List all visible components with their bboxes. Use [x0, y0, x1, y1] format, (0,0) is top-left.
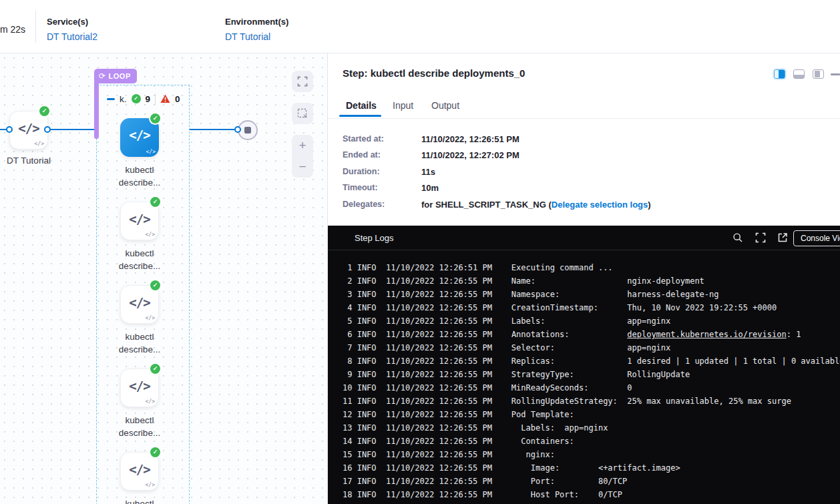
active-tab-underline [339, 115, 381, 117]
tab-details[interactable]: Details [346, 100, 377, 111]
log-line: 12 INFO 11/10/2022 12:26:55 PM Pod Templ… [343, 408, 840, 421]
success-count: 9 [146, 94, 151, 104]
step-node-kubectl-describe[interactable]: </></> [120, 118, 159, 157]
log-line: 16 INFO 11/10/2022 12:26:55 PM Image: <+… [343, 461, 840, 475]
step-node-kubectl-describe[interactable]: </></> [120, 285, 159, 324]
layout-side-view-icon[interactable] [813, 69, 824, 79]
delegate-value-prefix: for SHELL_SCRIPT_TASK_NG ( [421, 200, 552, 210]
log-line: 6 INFO 11/10/2022 12:26:55 PM Annotation… [343, 328, 840, 341]
detail-row-ended: Ended at: 11/10/2022, 12:27:02 PM [343, 150, 823, 161]
success-check-icon: ✓ [150, 197, 160, 207]
stage-node-dt-tutorial[interactable]: </> </> [9, 111, 48, 150]
step-node-kubectl-describe[interactable]: </></> [120, 202, 159, 240]
log-line: 18 INFO 11/10/2022 12:26:55 PM Host Port… [343, 488, 840, 501]
delegate-selection-logs-link[interactable]: Delegate selection logs [552, 200, 648, 210]
environments-label: Environment(s) [225, 17, 288, 27]
detail-label: Ended at: [343, 150, 381, 160]
warning-triangle-icon [160, 94, 170, 103]
log-line: 9 INFO 11/10/2022 12:26:55 PM StrategyTy… [343, 368, 840, 381]
zoom-out-button[interactable]: − [292, 156, 313, 178]
success-check-icon: ✓ [150, 364, 160, 374]
pipeline-graph-canvas[interactable]: ⟳ LOOP k. ✓ 9 0 </> </> ✓ DT Tutorial </… [0, 53, 327, 504]
log-line: 8 INFO 11/10/2022 12:26:55 PM Replicas: … [343, 354, 840, 368]
detail-value: 11s [421, 167, 435, 177]
detail-row-delegates: Delegates: for SHELL_SCRIPT_TASK_NG (Del… [343, 200, 823, 210]
console-view-button[interactable]: Console View [793, 230, 840, 246]
script-type-icon: </> [146, 399, 155, 405]
step-logs-title: Step Logs [355, 233, 394, 243]
fit-to-screen-button[interactable] [292, 103, 313, 124]
log-line: 13 INFO 11/10/2022 12:26:55 PM Labels: a… [343, 421, 840, 435]
step-logs-panel: Step Logs Console View 1 INFO 11/10/2022… [327, 226, 840, 504]
detail-row-started: Started at: 11/10/2022, 12:26:51 PM [343, 134, 823, 145]
fail-count: 0 [175, 94, 180, 104]
execution-duration: m 22s [0, 24, 25, 35]
loop-accent-bar [94, 81, 99, 139]
script-type-icon: </> [146, 149, 156, 155]
step-logs-header: Step Logs Console View [328, 226, 840, 250]
flow-line [190, 129, 238, 130]
open-in-new-tab-icon[interactable] [777, 232, 788, 243]
success-count-icon: ✓ [132, 94, 141, 103]
loop-header: k. ✓ 9 0 [107, 92, 180, 105]
services-block: Service(s) DT Tutorial2 [47, 15, 97, 42]
zoom-in-button[interactable]: + [292, 135, 313, 156]
log-line: 17 INFO 11/10/2022 12:26:55 PM Port: 80/… [343, 475, 840, 488]
flow-line [47, 129, 96, 130]
layout-bottom-view-icon[interactable] [793, 69, 805, 79]
fullscreen-icon [297, 76, 308, 87]
services-label: Service(s) [47, 17, 88, 27]
service-link[interactable]: DT Tutorial2 [47, 31, 97, 42]
code-icon: </> [10, 121, 47, 136]
search-icon[interactable] [732, 232, 743, 243]
stage-node-label: DT Tutorial [0, 154, 62, 167]
success-check-icon: ✓ [39, 106, 49, 116]
log-line: 1 INFO 11/10/2022 12:26:51 PM Executing … [343, 261, 840, 274]
code-icon: </> [121, 379, 158, 393]
loop-badge: ⟳ LOOP [94, 69, 137, 83]
minimize-panel-icon[interactable] [831, 73, 840, 75]
detail-row-timeout: Timeout: 10m [343, 183, 823, 194]
detail-label: Delegates: [343, 200, 385, 209]
detail-label: Started at: [343, 134, 384, 144]
script-type-icon: </> [35, 141, 44, 147]
step-node-kubectl-describe[interactable]: </></> [120, 452, 159, 491]
layout-split-view-icon[interactable] [774, 69, 785, 79]
node-port [6, 126, 13, 133]
expand-logs-icon[interactable] [755, 232, 766, 243]
loop-group-name: k. [120, 94, 127, 104]
detail-row-duration: Duration: 11s [343, 167, 823, 178]
log-line: 11 INFO 11/10/2022 12:26:55 PM RollingUp… [343, 395, 840, 408]
tab-input[interactable]: Input [393, 100, 413, 111]
script-type-icon: </> [146, 482, 155, 488]
stop-icon [244, 127, 251, 134]
success-check-icon: ✓ [150, 113, 160, 123]
loop-badge-label: LOOP [109, 72, 131, 80]
header-divider [35, 11, 36, 43]
script-type-icon: </> [146, 315, 155, 321]
execution-header-bar: m 22s Service(s) DT Tutorial2 Environmen… [0, 0, 840, 53]
log-annotation-link: deployment.kubernetes.io/revision [627, 330, 786, 339]
log-line: 5 INFO 11/10/2022 12:26:55 PM Labels: ap… [343, 314, 840, 328]
log-line: 2 INFO 11/10/2022 12:26:55 PM Name: ngin… [343, 274, 840, 288]
code-icon: </> [121, 212, 158, 226]
detail-label: Duration: [343, 167, 380, 176]
layout-block [815, 71, 820, 77]
code-icon: </> [121, 462, 158, 477]
detail-value: 11/10/2022, 12:27:02 PM [421, 150, 519, 160]
log-line: 4 INFO 11/10/2022 12:26:55 PM CreationTi… [343, 301, 840, 314]
fullscreen-canvas-button[interactable] [292, 71, 313, 92]
collapse-loop-icon[interactable] [107, 98, 115, 100]
step-node-kubectl-describe[interactable]: </></> [120, 368, 159, 407]
node-port [44, 126, 51, 133]
detail-value: for SHELL_SCRIPT_TASK_NG (Delegate selec… [421, 200, 651, 210]
environment-link[interactable]: DT Tutorial [225, 31, 288, 42]
detail-label: Timeout: [343, 183, 378, 192]
success-check-icon: ✓ [150, 280, 160, 290]
log-lines[interactable]: 1 INFO 11/10/2022 12:26:51 PM Executing … [343, 250, 840, 504]
tabs-bottom-border [328, 118, 840, 119]
loop-icon: ⟳ [99, 71, 106, 81]
tab-output[interactable]: Output [431, 100, 459, 111]
step-panel-title: Step: kubectl describe deployments_0 [343, 67, 525, 79]
node-port [234, 126, 241, 133]
